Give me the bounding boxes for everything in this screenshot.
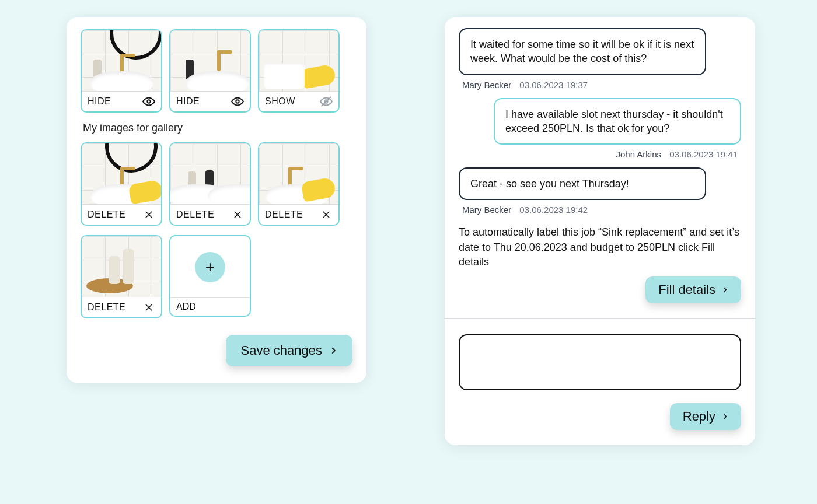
close-icon: [231, 208, 244, 221]
my-thumb: DELETE: [81, 235, 162, 318]
add-label: ADD: [170, 298, 250, 316]
message-meta: Mary Becker 03.06.2023 19:37: [459, 80, 741, 90]
message-text: It waited for some time so it will be ok…: [470, 38, 694, 64]
fill-details-label: Fill details: [658, 282, 715, 298]
featured-thumb: HIDE: [81, 29, 162, 113]
chat-card: It waited for some time so it will be ok…: [445, 18, 755, 445]
thumb-action-label: HIDE: [176, 96, 200, 107]
eye-icon: [231, 95, 244, 108]
message-timestamp: 03.06.2023 19:37: [519, 80, 588, 90]
message-bubble-incoming: It waited for some time so it will be ok…: [459, 28, 706, 75]
thumb-action-label: DELETE: [265, 209, 303, 220]
close-icon: [142, 208, 155, 221]
delete-button[interactable]: DELETE: [170, 204, 250, 225]
my-images-row-1: DELETE DELETE: [81, 142, 352, 226]
my-images-row-2: DELETE + ADD: [81, 235, 352, 318]
thumb-action-label: DELETE: [176, 209, 214, 220]
my-thumb: DELETE: [169, 142, 251, 226]
thumb-image: [259, 30, 338, 91]
thumb-action-label: HIDE: [88, 96, 111, 107]
thumb-image: [170, 144, 250, 204]
message-author: Mary Becker: [462, 205, 511, 215]
show-button[interactable]: SHOW: [259, 91, 338, 111]
close-icon: [142, 301, 155, 314]
hide-button[interactable]: HIDE: [170, 91, 250, 111]
message-text: Great - so see you next Thursday!: [470, 178, 629, 190]
featured-row: HIDE HIDE: [81, 29, 352, 113]
fill-details-button[interactable]: Fill details: [645, 276, 741, 303]
message-author: John Arkins: [616, 149, 662, 159]
add-image-button[interactable]: + ADD: [169, 235, 251, 317]
reply-label: Reply: [683, 409, 715, 424]
eye-icon: [142, 95, 155, 108]
chat-scroll: It waited for some time so it will be ok…: [445, 18, 755, 318]
featured-thumb: SHOW: [258, 29, 340, 113]
plus-icon: +: [195, 252, 225, 282]
thumb-image: [82, 144, 161, 204]
chevron-right-icon: [329, 345, 337, 356]
message-bubble-incoming: Great - so see you next Thursday!: [459, 167, 706, 200]
svg-point-0: [147, 100, 151, 103]
thumb-image: [170, 30, 250, 91]
message-author: Mary Becker: [462, 80, 511, 90]
compose-area: Reply: [445, 319, 755, 445]
thumb-action-label: DELETE: [88, 209, 125, 220]
save-label: Save changes: [241, 343, 322, 358]
reply-input[interactable]: [459, 334, 741, 390]
thumb-image: [82, 30, 161, 91]
svg-point-1: [236, 100, 239, 103]
thumb-action-label: SHOW: [265, 96, 295, 107]
thumb-image: [82, 236, 161, 297]
message-timestamp: 03.06.2023 19:42: [519, 205, 588, 215]
reply-button[interactable]: Reply: [670, 403, 741, 430]
eye-off-icon: [320, 95, 333, 108]
close-icon: [320, 208, 333, 221]
chevron-right-icon: [721, 412, 728, 421]
message-meta: John Arkins 03.06.2023 19:41: [459, 149, 741, 159]
featured-thumb: HIDE: [169, 29, 251, 113]
delete-button[interactable]: DELETE: [82, 297, 161, 317]
thumb-image: [259, 144, 338, 204]
message-meta: Mary Becker 03.06.2023 19:42: [459, 205, 741, 215]
gallery-card: HIDE HIDE: [67, 18, 366, 383]
my-thumb: DELETE: [258, 142, 340, 226]
message-text: I have available slot next thursday - it…: [505, 108, 723, 134]
message-timestamp: 03.06.2023 19:41: [669, 149, 738, 159]
hide-button[interactable]: HIDE: [82, 91, 161, 111]
message-bubble-outgoing: I have available slot next thursday - it…: [494, 98, 741, 145]
save-changes-button[interactable]: Save changes: [226, 335, 352, 366]
thumb-action-label: DELETE: [88, 302, 125, 313]
my-thumb: DELETE: [81, 142, 162, 226]
delete-button[interactable]: DELETE: [259, 204, 338, 225]
auto-fill-note: To automatically label this job “Sink re…: [459, 225, 741, 270]
delete-button[interactable]: DELETE: [82, 204, 161, 225]
my-images-label: My images for gallery: [83, 122, 352, 134]
chevron-right-icon: [721, 285, 728, 295]
